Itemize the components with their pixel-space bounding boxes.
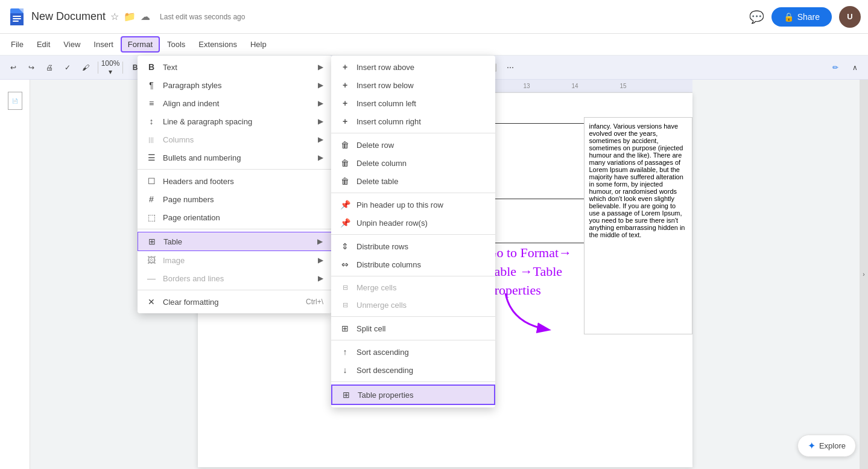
arrow-icon-7: ▶ [317,237,323,246]
trash-icon-2: 🗑 [340,158,350,168]
paint-format-button[interactable]: 🖌 [77,59,94,76]
submenu-merge-cells[interactable]: ⊟ Merge cells [331,279,495,296]
menu-item-borders[interactable]: — Borders and lines ▶ [138,269,332,287]
distribute-cols-icon: ⇔ [340,260,350,269]
menu-item-line-spacing[interactable]: ↕ Line & paragraph spacing ▶ [138,112,332,130]
menu-item-extensions[interactable]: Extensions [192,37,243,51]
submenu-distribute-columns[interactable]: ⇔ Distribute columns [331,255,495,273]
undo-button[interactable]: ↩ [5,59,22,76]
submenu-sort-descending[interactable]: ↓ Sort descending [331,361,495,379]
menu-item-insert[interactable]: Insert [87,37,119,51]
spellcheck-button[interactable]: ✓ [59,59,76,76]
lock-icon: 🔒 [784,12,794,22]
menu-item-tools[interactable]: Tools [161,37,191,51]
menu-item-image[interactable]: 🖼 Image ▶ [138,251,332,269]
submenu-insert-col-right[interactable]: + Insert column right [331,112,495,130]
submenu-insert-row-above[interactable]: + Insert row above [331,58,495,76]
more-button[interactable]: ⋯ [502,59,519,76]
menu-item-help[interactable]: Help [244,37,273,51]
menu-item-page-numbers[interactable]: # Page numbers [138,190,332,208]
sub-sep-1 [331,133,495,133]
pin-icon-2: 📌 [340,218,350,228]
split-icon: ⊞ [340,324,350,333]
menu-item-text[interactable]: B Text ▶ [138,58,332,76]
menu-item-edit[interactable]: Edit [31,37,56,51]
submenu-split-cell[interactable]: ⊞ Split cell [331,319,495,337]
menu-item-align-indent[interactable]: ≡ Align and indent ▶ [138,94,332,112]
submenu-table-properties[interactable]: ⊞ Table properties [331,384,495,405]
edit-mode-button[interactable]: ✏ [827,59,844,76]
columns-icon: ⫼ [146,135,157,144]
sub-sep-7 [331,381,495,382]
headers-icon: ☐ [146,176,157,186]
submenu-distribute-rows[interactable]: ⇕ Distribute rows [331,237,495,255]
menu-item-bullets[interactable]: ☰ Bullets and numbering ▶ [138,148,332,167]
bullets-icon: ☰ [146,153,157,162]
sort-asc-icon: ↑ [340,347,350,357]
redo-button[interactable]: ↪ [23,59,40,76]
right-edge[interactable]: › [860,80,868,469]
arrow-icon-4: ▶ [318,117,323,126]
menu-item-format[interactable]: Format [121,36,160,53]
explore-icon: ✦ [808,440,816,451]
right-text-column: infancy. Various versions have evolved o… [584,117,692,334]
page-numbers-icon: # [146,194,157,204]
chat-icon[interactable]: 💬 [749,10,764,24]
sub-sep-2 [331,193,495,193]
sub-sep-4 [331,276,495,276]
menu-item-paragraph-styles[interactable]: ¶ Paragraph styles ▶ [138,76,332,94]
submenu-unpin-header[interactable]: 📌 Unpin header row(s) [331,214,495,232]
format-menu: B Text ▶ ¶ Paragraph styles ▶ ≡ Align an… [138,56,332,313]
menu-item-page-orientation[interactable]: ⬚ Page orientation [138,208,332,226]
arrow-icon: ▶ [318,63,323,71]
menu-item-view[interactable]: View [57,37,86,51]
submenu-insert-row-below[interactable]: + Insert row below [331,76,495,94]
last-edit-text: Last edit was seconds ago [160,13,245,21]
doc-title: New Document [31,10,106,23]
toolbar-sep-2 [122,62,123,74]
submenu-delete-table[interactable]: 🗑 Delete table [331,172,495,190]
collapse-toolbar-button[interactable]: ∧ [846,59,863,76]
menu-item-table[interactable]: ⊞ Table ▶ [138,232,332,251]
sub-sep-5 [331,316,495,317]
align-icon: ≡ [146,98,157,108]
distribute-rows-icon: ⇕ [340,241,350,251]
submenu-sort-ascending[interactable]: ↑ Sort ascending [331,343,495,361]
top-bar-icons: ☆ 📁 ☁ [110,11,150,22]
arrow-icon-2: ▶ [318,81,323,89]
menu-item-columns[interactable]: ⫼ Columns ▶ [138,130,332,148]
folder-icon[interactable]: 📁 [124,11,136,22]
menu-sep-2 [138,229,332,229]
image-icon: 🖼 [146,255,157,265]
submenu-unmerge-cells[interactable]: ⊟ Unmerge cells [331,296,495,314]
star-icon[interactable]: ☆ [110,11,119,22]
merge-icon: ⊟ [340,284,350,292]
menu-item-headers[interactable]: ☐ Headers and footers [138,172,332,190]
plus-icon-3: + [340,98,350,108]
sort-desc-icon: ↓ [340,365,350,375]
trash-icon-1: 🗑 [340,140,350,150]
submenu-insert-col-left[interactable]: + Insert column left [331,94,495,112]
print-button[interactable]: 🖨 [41,59,58,76]
table-icon: ⊞ [147,237,157,246]
cloud-icon[interactable]: ☁ [141,11,150,22]
submenu-delete-row[interactable]: 🗑 Delete row [331,136,495,154]
menu-item-clear-formatting[interactable]: ✕ Clear formatting Ctrl+\ [138,293,332,311]
menu-item-file[interactable]: File [5,37,30,51]
explore-button[interactable]: ✦ Explore [797,435,856,457]
toolbar-sep-1 [98,62,98,74]
share-button[interactable]: 🔒 Share [771,7,832,27]
borders-icon: — [146,273,157,283]
menu-sep-1 [138,169,332,170]
unmerge-icon: ⊟ [340,301,350,309]
submenu-pin-header[interactable]: 📌 Pin header up to this row [331,196,495,214]
submenu-delete-column[interactable]: 🗑 Delete column [331,154,495,172]
table-props-icon: ⊞ [341,390,352,400]
zoom-button[interactable]: 100% ▾ [102,59,119,76]
line-spacing-icon: ↕ [146,116,157,126]
arrow-icon-3: ▶ [318,99,323,107]
plus-icon-4: + [340,116,350,126]
arrow-icon-5: ▶ [318,135,323,144]
sub-sep-6 [331,340,495,340]
svg-rect-4 [13,16,21,17]
